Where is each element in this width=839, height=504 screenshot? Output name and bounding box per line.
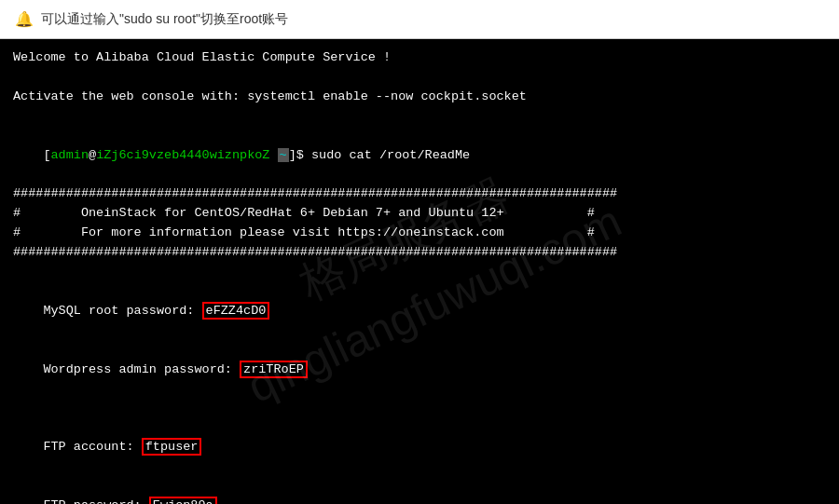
empty-line-3 [13,263,826,282]
prompt-user-1: admin [51,148,89,162]
welcome-line: Welcome to Alibaba Cloud Elastic Compute… [13,48,826,68]
prompt-tilde-1: ~ [278,148,289,162]
hash-line-2: ########################################… [13,243,826,263]
ftp-account-value: ftpuser [142,438,202,456]
ftp-password-line: FTP password: Ewjen89a [13,477,826,504]
ftp-account-label: FTP account: [43,440,141,454]
bell-icon: 🔔 [15,10,34,29]
activate-line: Activate the web console with: systemctl… [13,88,826,107]
empty-line-1 [13,68,826,88]
wp-label: Wordpress admin password: [43,362,240,376]
prompt-bracket-open-1: [ [43,148,50,162]
wp-line: Wordpress admin password: zriTRoEP [13,341,826,400]
info-line-2: # For more information please visit http… [13,224,826,243]
hash-line-1: ########################################… [13,184,826,204]
mysql-password: eFZZ4cD0 [202,302,270,320]
prompt-cmd-1: $ sudo cat /root/ReadMe [296,148,470,162]
ftp-password-value: Ewjen89a [149,497,217,504]
ftp-password-label: FTP password: [43,498,148,504]
info-line-1: # OneinStack for CentOS/RedHat 6+ Debian… [13,204,826,224]
top-bar: 🔔 可以通过输入"sudo su root"切换至root账号 [0,0,839,39]
prompt-bracket-close-1: ] [289,148,296,162]
terminal: 格局服务器qingliangfuwuqi.com Welcome to Alib… [0,39,839,504]
mysql-line: MySQL root password: eFZZ4cD0 [13,282,826,341]
ftp-account-line: FTP account: ftpuser [13,419,826,478]
prompt-line-1: [admin@iZj6ci9vzeb4440wiznpkoZ ~]$ sudo … [13,127,826,185]
top-bar-message: 可以通过输入"sudo su root"切换至root账号 [41,11,288,28]
empty-line-2 [13,107,826,127]
wp-password: zriTRoEP [240,361,308,378]
empty-line-4 [13,400,826,419]
mysql-label: MySQL root password: [43,304,201,318]
prompt-host-1: iZj6ci9vzeb4440wiznpkoZ [96,148,269,162]
prompt-at-1: @ [89,148,96,162]
